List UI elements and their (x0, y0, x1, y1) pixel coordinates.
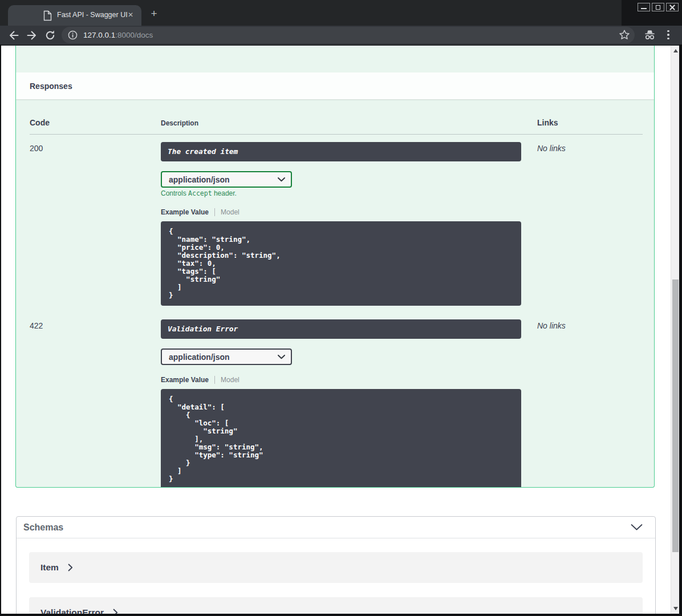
model-validationerror[interactable]: ValidationError (29, 597, 643, 614)
model-item[interactable]: Item (29, 552, 643, 583)
scroll-up-arrow[interactable] (671, 47, 679, 55)
site-info-icon[interactable] (68, 30, 78, 40)
example-model-tabs: Example Value Model (161, 376, 521, 384)
page-icon (43, 10, 52, 23)
tab-model[interactable]: Model (221, 376, 239, 384)
media-type-select[interactable]: application/json (161, 171, 292, 188)
responses-table: Code Description Links 200 The created i… (16, 99, 654, 488)
tab-divider (214, 376, 215, 384)
reload-button[interactable] (43, 29, 57, 42)
responses-section-header: Responses (16, 72, 654, 99)
media-type-value: application/json (169, 175, 230, 184)
response-row-200: 200 The created item application/json Co… (30, 135, 643, 306)
browser-menu-icon[interactable] (663, 29, 673, 41)
example-code-block: { "detail": [ { "loc": [ "string" ], "ms… (161, 389, 521, 488)
incognito-avatar-icon[interactable] (643, 29, 656, 43)
media-type-select[interactable]: application/json (161, 348, 292, 365)
browser-window: Fast API - Swagger UI ✕ + 127.0.0.1:8000… (0, 0, 682, 616)
response-links: No links (537, 319, 643, 330)
triangle-up-icon (673, 49, 678, 52)
minimize-icon (641, 8, 647, 9)
browser-toolbar: 127.0.0.1:8000/docs (0, 26, 682, 44)
response-description-cell: The created item application/json Contro… (161, 142, 521, 306)
chevron-down-icon[interactable] (631, 524, 643, 530)
close-button[interactable] (666, 3, 679, 11)
window-controls (622, 0, 682, 26)
new-tab-button[interactable]: + (147, 7, 161, 21)
schemas-section: Schemas Item ValidationError (16, 516, 656, 614)
url-path: :8000/docs (115, 31, 153, 39)
response-links: No links (537, 142, 643, 153)
model-name: Item (40, 562, 59, 573)
column-header-description: Description (161, 119, 521, 127)
operation-body-spacer (16, 46, 654, 72)
schemas-body: Item ValidationError (17, 538, 655, 614)
responses-table-header: Code Description Links (30, 99, 643, 135)
page-content: Responses Code Description Links 200 The… (1, 44, 679, 614)
tab-model[interactable]: Model (221, 208, 239, 216)
bookmark-star-icon[interactable] (619, 29, 630, 40)
scrollbar-thumb[interactable] (672, 279, 679, 552)
back-button[interactable] (7, 29, 21, 42)
triangle-down-icon (673, 607, 678, 610)
scroll-down-arrow[interactable] (671, 605, 679, 613)
example-json: { "detail": [ { "loc": [ "string" ], "ms… (169, 395, 513, 483)
minimize-button[interactable] (638, 3, 650, 11)
example-model-tabs: Example Value Model (161, 208, 521, 216)
media-type-value: application/json (169, 352, 230, 362)
chevron-down-icon (278, 177, 285, 182)
chevron-right-icon (68, 564, 73, 572)
example-code-block: { "name": "string", "price": 0, "descrip… (161, 221, 521, 306)
response-code: 200 (30, 142, 161, 153)
page-scrollbar[interactable] (671, 46, 679, 614)
response-code: 422 (30, 319, 161, 330)
tab-example-value[interactable]: Example Value (161, 376, 209, 384)
url-text: 127.0.0.1:8000/docs (83, 31, 153, 39)
address-bar[interactable]: 127.0.0.1:8000/docs (62, 27, 635, 43)
maximize-button[interactable] (652, 3, 664, 11)
chevron-right-icon (113, 609, 118, 614)
chevron-down-icon (278, 355, 285, 359)
tab-strip: Fast API - Swagger UI ✕ + (0, 0, 682, 26)
browser-tab[interactable]: Fast API - Swagger UI ✕ (8, 5, 141, 26)
accept-header-note: Controls Accept header. (161, 189, 521, 197)
tab-close-icon[interactable]: ✕ (125, 10, 136, 20)
close-icon (669, 5, 675, 10)
tab-divider (214, 208, 215, 216)
column-header-links: Links (537, 118, 643, 127)
model-name: ValidationError (40, 607, 104, 614)
maximize-icon (656, 5, 660, 10)
response-row-422: 422 Validation Error application/json Ex… (30, 312, 643, 488)
schemas-header[interactable]: Schemas (17, 517, 655, 538)
responses-title: Responses (30, 82, 72, 91)
response-description-cell: Validation Error application/json Exampl… (161, 319, 521, 488)
response-description: The created item (161, 142, 521, 161)
tab-title: Fast API - Swagger UI (57, 11, 128, 19)
forward-button[interactable] (25, 29, 39, 42)
post-operation-block: Responses Code Description Links 200 The… (15, 46, 655, 488)
schemas-title: Schemas (23, 522, 63, 533)
column-header-code: Code (30, 118, 161, 127)
example-json: { "name": "string", "price": 0, "descrip… (169, 228, 513, 299)
tab-example-value[interactable]: Example Value (161, 208, 209, 216)
response-description: Validation Error (161, 319, 521, 339)
url-host: 127.0.0.1 (83, 31, 115, 39)
